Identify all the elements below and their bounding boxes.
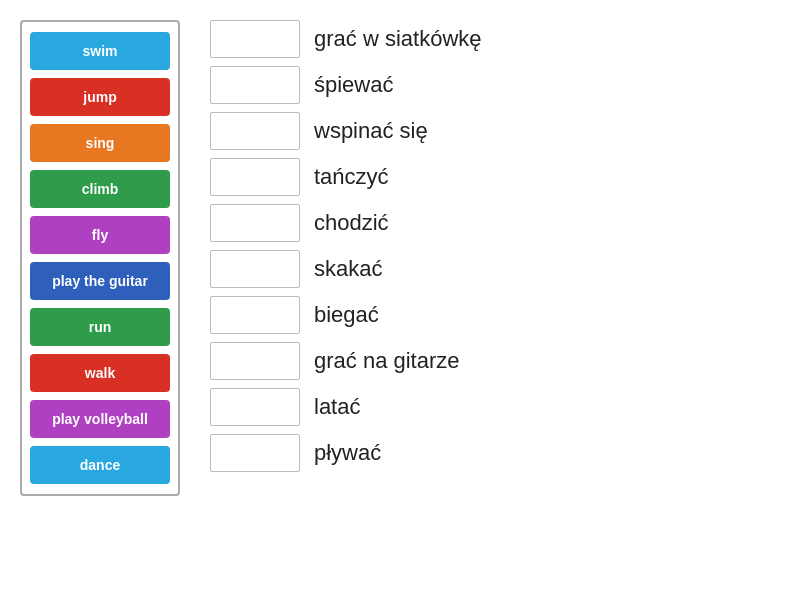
match-label-match-4: tańczyć [314, 164, 389, 190]
word-button-walk[interactable]: walk [30, 354, 170, 392]
match-input-match-9[interactable] [210, 388, 300, 426]
match-input-match-8[interactable] [210, 342, 300, 380]
match-input-match-4[interactable] [210, 158, 300, 196]
match-row: wspinać się [210, 112, 780, 150]
right-panel: grać w siatkówkęśpiewaćwspinać siętańczy… [210, 20, 780, 496]
word-button-play-guitar[interactable]: play the guitar [30, 262, 170, 300]
word-button-climb[interactable]: climb [30, 170, 170, 208]
word-button-sing[interactable]: sing [30, 124, 170, 162]
match-label-match-1: grać w siatkówkę [314, 26, 482, 52]
match-row: biegać [210, 296, 780, 334]
match-row: tańczyć [210, 158, 780, 196]
match-input-match-3[interactable] [210, 112, 300, 150]
match-label-match-8: grać na gitarze [314, 348, 460, 374]
match-row: grać na gitarze [210, 342, 780, 380]
match-input-match-10[interactable] [210, 434, 300, 472]
match-row: śpiewać [210, 66, 780, 104]
word-button-dance[interactable]: dance [30, 446, 170, 484]
left-panel: swimjumpsingclimbflyplay the guitarrunwa… [20, 20, 180, 496]
match-label-match-9: latać [314, 394, 360, 420]
match-input-match-5[interactable] [210, 204, 300, 242]
match-label-match-3: wspinać się [314, 118, 428, 144]
match-label-match-2: śpiewać [314, 72, 393, 98]
match-input-match-6[interactable] [210, 250, 300, 288]
match-input-match-7[interactable] [210, 296, 300, 334]
word-button-play-volleyball[interactable]: play volleyball [30, 400, 170, 438]
match-label-match-7: biegać [314, 302, 379, 328]
match-row: chodzić [210, 204, 780, 242]
match-input-match-2[interactable] [210, 66, 300, 104]
word-button-jump[interactable]: jump [30, 78, 170, 116]
match-input-match-1[interactable] [210, 20, 300, 58]
match-label-match-5: chodzić [314, 210, 389, 236]
match-label-match-10: pływać [314, 440, 381, 466]
match-row: skakać [210, 250, 780, 288]
match-label-match-6: skakać [314, 256, 382, 282]
word-button-swim[interactable]: swim [30, 32, 170, 70]
match-row: latać [210, 388, 780, 426]
match-row: pływać [210, 434, 780, 472]
main-container: swimjumpsingclimbflyplay the guitarrunwa… [20, 20, 780, 496]
match-row: grać w siatkówkę [210, 20, 780, 58]
word-button-fly[interactable]: fly [30, 216, 170, 254]
word-button-run[interactable]: run [30, 308, 170, 346]
